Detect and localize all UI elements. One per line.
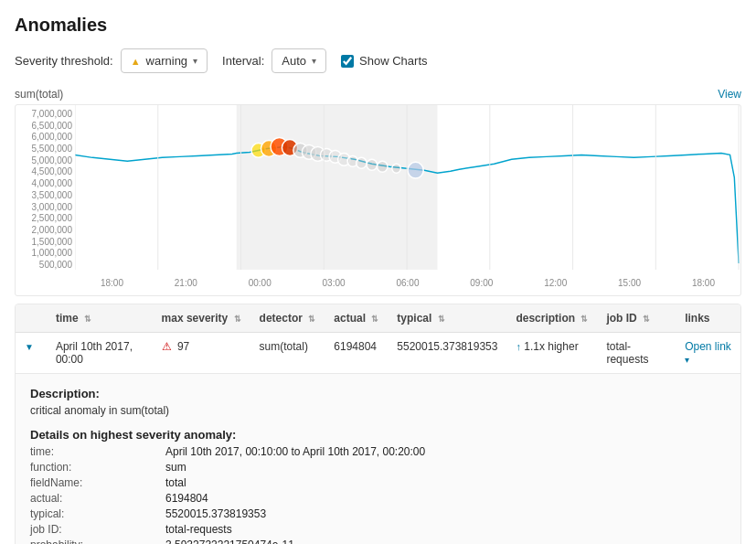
controls-bar: Severity threshold: ▲ warning ▾ Interval…	[15, 48, 741, 73]
detail-value: sum	[165, 461, 726, 474]
chart-svg	[75, 105, 740, 270]
open-link[interactable]: Open link	[685, 340, 731, 353]
warning-icon: ▲	[131, 56, 141, 67]
y-axis-label: 1,500,000	[16, 237, 72, 247]
interval-value: Auto	[282, 54, 306, 68]
severity-value: warning	[146, 54, 188, 68]
up-arrow-icon: ↑	[516, 341, 521, 352]
col-expand	[16, 304, 47, 333]
detail-panel: Description: critical anomaly in sum(tot…	[16, 374, 740, 544]
description-text: critical anomaly in sum(total)	[30, 404, 726, 417]
severity-control: Severity threshold: ▲ warning ▾	[15, 48, 208, 73]
x-axis-label: 15:00	[618, 278, 641, 288]
detail-panel-cell: Description: critical anomaly in sum(tot…	[16, 374, 740, 545]
show-charts-checkbox[interactable]	[341, 55, 354, 68]
detail-key: probability:	[30, 539, 158, 544]
svg-point-13	[367, 159, 377, 170]
x-axis-label: 00:00	[249, 278, 272, 288]
link-chevron-icon[interactable]: ▾	[685, 355, 689, 365]
y-axis-label: 4,000,000	[16, 178, 72, 188]
y-axis-label: 4,500,000	[16, 166, 72, 176]
y-axis-label: 7,000,000	[16, 109, 72, 119]
interval-control: Interval: Auto ▾	[222, 48, 326, 73]
col-links: links	[676, 304, 740, 333]
x-axis-label: 03:00	[323, 278, 346, 288]
col-time: time ⇅	[47, 304, 153, 333]
anomalies-table: time ⇅ max severity ⇅ detector ⇅ actual …	[15, 304, 741, 544]
row-description: ↑ 1.1x higher	[506, 333, 597, 374]
row-desc-text: 1.1x higher	[524, 340, 578, 353]
chart-title: sum(total)	[15, 88, 63, 101]
detail-value: total-requests	[165, 523, 726, 536]
sort-icon-severity: ⇅	[234, 315, 241, 324]
x-axis: 18:0021:0000:0003:0006:0009:0012:0015:00…	[75, 270, 740, 295]
sort-icon-typical: ⇅	[438, 315, 445, 324]
col-job-id: job ID ⇅	[597, 304, 676, 333]
x-axis-label: 21:00	[175, 278, 197, 288]
detail-key: job ID:	[30, 523, 158, 536]
sort-icon-desc: ⇅	[580, 315, 588, 324]
y-axis-label: 6,000,000	[16, 132, 72, 142]
y-axis-label: 500,000	[16, 260, 72, 270]
row-job-id: total-requests	[597, 333, 676, 374]
detail-key: time:	[30, 445, 158, 458]
show-charts-label[interactable]: Show Charts	[359, 54, 427, 68]
sort-icon-actual: ⇅	[371, 315, 378, 324]
alert-icon: ⚠	[162, 340, 172, 353]
detail-value: total	[165, 476, 726, 489]
chart-container: sum(total) View 7,000,0006,500,0006,000,…	[15, 88, 741, 296]
highest-title: Details on highest severity anomaly:	[30, 428, 726, 442]
col-typical: typical ⇅	[388, 304, 506, 333]
detail-grid: time:April 10th 2017, 00:10:00 to April …	[30, 445, 726, 544]
table-row: ▼ April 10th 2017, 00:00 ⚠ 97 sum(total)…	[16, 333, 740, 374]
x-axis-label: 12:00	[544, 278, 567, 288]
row-time: April 10th 2017, 00:00	[47, 333, 153, 374]
row-detector: sum(total)	[250, 333, 325, 374]
x-axis-label: 18:00	[692, 278, 715, 288]
svg-point-16	[408, 162, 423, 178]
y-axis-label: 3,000,000	[16, 202, 72, 212]
detail-key: typical:	[30, 507, 158, 520]
expand-button[interactable]: ▼	[25, 342, 34, 352]
severity-dropdown[interactable]: ▲ warning ▾	[121, 48, 208, 73]
row-max-severity: ⚠ 97	[153, 333, 250, 374]
detail-value: 6194804	[165, 492, 726, 505]
chart-header: sum(total) View	[15, 88, 741, 101]
x-axis-label: 09:00	[470, 278, 493, 288]
sort-icon-jobid: ⇅	[643, 315, 650, 324]
chevron-down-icon-2: ▾	[312, 56, 316, 66]
chart-area: 7,000,0006,500,0006,000,0005,500,0005,00…	[15, 104, 741, 296]
y-axis-label: 2,000,000	[16, 225, 72, 235]
interval-dropdown[interactable]: Auto ▾	[272, 48, 326, 73]
svg-point-15	[392, 164, 401, 173]
sort-icon-detector: ⇅	[308, 315, 315, 324]
col-max-severity: max severity ⇅	[153, 304, 250, 333]
y-axis-label: 5,000,000	[16, 155, 72, 165]
y-axis-label: 2,500,000	[16, 213, 72, 223]
show-charts-group: Show Charts	[341, 54, 427, 68]
page-title: Anomalies	[15, 15, 741, 36]
detail-row: Description: critical anomaly in sum(tot…	[16, 374, 740, 545]
row-severity-value: 97	[177, 340, 189, 353]
description-title: Description:	[30, 387, 726, 400]
y-axis: 7,000,0006,500,0006,000,0005,500,0005,00…	[16, 105, 75, 270]
x-axis-label: 18:00	[101, 278, 123, 288]
svg-point-14	[378, 161, 388, 172]
x-axis-label: 06:00	[396, 278, 419, 288]
view-link[interactable]: View	[718, 88, 741, 101]
detail-value: April 10th 2017, 00:10:00 to April 10th …	[165, 445, 726, 458]
chart-plot	[75, 105, 740, 270]
y-axis-label: 1,000,000	[16, 248, 72, 258]
sort-icon-time: ⇅	[84, 315, 91, 324]
row-links: Open link ▾	[676, 333, 740, 374]
y-axis-label: 5,500,000	[16, 144, 72, 154]
table-header-row: time ⇅ max severity ⇅ detector ⇅ actual …	[16, 304, 740, 333]
chevron-down-icon: ▾	[193, 56, 197, 66]
col-actual: actual ⇅	[325, 304, 388, 333]
severity-label: Severity threshold:	[15, 54, 113, 68]
row-expand-cell: ▼	[16, 333, 47, 374]
detail-key: actual:	[30, 492, 158, 505]
detail-value: 5520015.373819353	[165, 507, 726, 520]
detail-key: function:	[30, 461, 158, 474]
col-detector: detector ⇅	[250, 304, 325, 333]
